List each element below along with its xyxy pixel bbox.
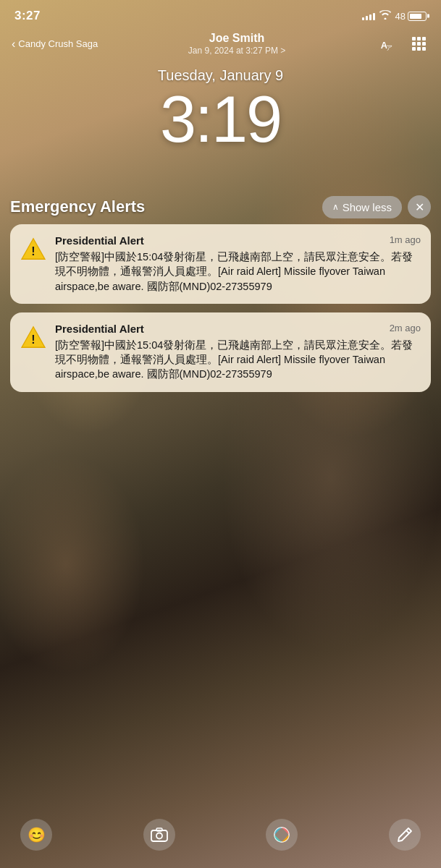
header-user-info: Joe Smith Jan 9, 2024 at 3:27 PM >	[98, 32, 376, 56]
alert-content-1: Presidential Alert 1m ago [防空警報]中國於15:04…	[55, 234, 421, 294]
show-less-chevron-icon: ∧	[332, 202, 339, 212]
app-header: ‹ Candy Crush Saga Joe Smith Jan 9, 2024…	[0, 26, 441, 60]
alert-warning-icon-2: !	[20, 324, 46, 350]
translate-button[interactable]: A ア	[376, 33, 398, 55]
battery-level: 48	[395, 11, 406, 22]
alerts-header: Emergency Alerts ∧ Show less ✕	[10, 195, 431, 218]
svg-text:!: !	[31, 333, 35, 346]
battery-indicator: 48	[395, 11, 427, 22]
status-time: 3:27	[14, 9, 41, 23]
status-bar: 3:27 48	[0, 0, 441, 26]
grid-button[interactable]	[408, 33, 429, 55]
alert-title-2: Presidential Alert	[55, 323, 144, 335]
svg-line-8	[406, 830, 409, 833]
emoji-icon: 😊	[28, 826, 46, 843]
header-right-icons: A ア	[376, 33, 429, 55]
alerts-controls: ∧ Show less ✕	[322, 195, 431, 218]
svg-rect-4	[151, 830, 167, 841]
alert-title-1: Presidential Alert	[55, 234, 144, 247]
alert-card-2: ! Presidential Alert 2m ago [防空警報]中國於15:…	[10, 312, 431, 392]
back-button[interactable]: ‹ Candy Crush Saga	[12, 38, 98, 51]
alert-time-2: 2m ago	[390, 323, 421, 333]
alert-card-1: ! Presidential Alert 1m ago [防空警報]中國於15:…	[10, 224, 431, 304]
header-date: Jan 9, 2024 at 3:27 PM >	[105, 46, 369, 56]
alert-time-1: 1m ago	[390, 234, 421, 245]
alert-warning-icon-1: !	[20, 236, 46, 262]
alert-header-row-1: Presidential Alert 1m ago	[55, 234, 421, 247]
pencil-edit-button[interactable]	[389, 819, 421, 851]
emergency-alerts-title: Emergency Alerts	[10, 197, 145, 216]
close-alerts-icon: ✕	[415, 200, 424, 214]
back-label: Candy Crush Saga	[18, 38, 98, 49]
bottom-bar: 😊	[0, 809, 441, 868]
signal-bars-icon	[362, 12, 375, 20]
status-icons: 48	[362, 10, 427, 22]
close-alerts-button[interactable]: ✕	[408, 195, 431, 218]
alert-content-2: Presidential Alert 2m ago [防空警報]中國於15:04…	[55, 323, 421, 382]
emoji-button[interactable]: 😊	[20, 819, 52, 851]
header-user-name: Joe Smith	[105, 32, 369, 45]
lockscreen-time: 3:19	[0, 87, 441, 152]
back-chevron-icon: ‹	[12, 38, 15, 51]
svg-text:ア: ア	[386, 44, 392, 51]
alert-header-row-2: Presidential Alert 2m ago	[55, 323, 421, 335]
alert-message-1: [防空警報]中國於15:04發射衛星，已飛越南部上空，請民眾注意安全。若發現不明…	[55, 250, 421, 294]
alerts-container: Emergency Alerts ∧ Show less ✕ ! Preside…	[10, 195, 431, 392]
camera-button[interactable]	[143, 819, 175, 851]
lockscreen-section: Tuesday, January 9 3:19	[0, 67, 441, 152]
wifi-icon	[379, 10, 391, 22]
color-wheel-button[interactable]	[266, 819, 298, 851]
battery-icon	[408, 12, 427, 21]
svg-rect-6	[156, 828, 162, 831]
svg-text:!: !	[31, 245, 35, 258]
svg-point-5	[156, 833, 162, 839]
show-less-button[interactable]: ∧ Show less	[322, 196, 402, 218]
show-less-label: Show less	[343, 201, 392, 213]
lockscreen-date: Tuesday, January 9	[0, 67, 441, 84]
alert-message-2: [防空警報]中國於15:04發射衛星，已飛越南部上空，請民眾注意安全。若發現不明…	[55, 338, 421, 382]
